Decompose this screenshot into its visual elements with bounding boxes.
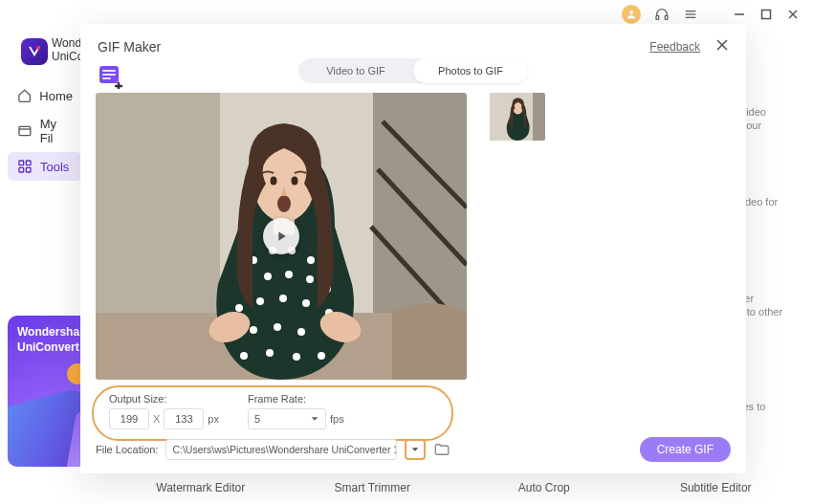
tool-watermark-editor[interactable]: Watermark Editor bbox=[115, 473, 287, 502]
svg-point-41 bbox=[256, 297, 264, 305]
sidebar-item-myfiles[interactable]: My Fil bbox=[8, 110, 82, 152]
svg-point-51 bbox=[318, 352, 325, 360]
svg-point-48 bbox=[240, 352, 248, 360]
gif-maker-modal: GIF Maker Feedback Video to GIF Photos t… bbox=[80, 24, 746, 473]
svg-rect-13 bbox=[26, 161, 31, 165]
svg-point-0 bbox=[629, 11, 633, 14]
output-size-label: Output Size: bbox=[109, 393, 219, 405]
svg-rect-21 bbox=[102, 77, 111, 79]
svg-point-34 bbox=[307, 256, 315, 264]
svg-point-42 bbox=[279, 295, 287, 302]
headphones-icon[interactable] bbox=[654, 7, 670, 22]
chevron-down-icon bbox=[310, 414, 319, 424]
svg-point-58 bbox=[277, 195, 291, 212]
svg-point-38 bbox=[306, 275, 314, 283]
px-unit: px bbox=[208, 413, 219, 425]
user-avatar[interactable] bbox=[622, 5, 641, 24]
modal-title: GIF Maker bbox=[98, 39, 161, 55]
app-logo-icon bbox=[21, 38, 48, 65]
sidebar-item-label: Tools bbox=[40, 160, 69, 174]
output-height-input[interactable]: 133 bbox=[164, 408, 204, 429]
file-location-label: File Location: bbox=[96, 444, 158, 455]
play-button[interactable] bbox=[263, 218, 299, 254]
tools-icon bbox=[17, 159, 33, 174]
fps-unit: fps bbox=[330, 413, 344, 425]
svg-point-50 bbox=[293, 353, 300, 361]
window-maximize-button[interactable] bbox=[759, 8, 773, 21]
svg-rect-20 bbox=[102, 74, 116, 76]
promo-text: WondershaUniConvert bbox=[17, 325, 79, 355]
file-location-dropdown[interactable] bbox=[405, 439, 426, 460]
sidebar-item-tools[interactable]: Tools bbox=[8, 152, 82, 181]
create-gif-button[interactable]: Create GIF bbox=[640, 437, 731, 462]
sidebar-item-label: My Fil bbox=[40, 117, 73, 145]
svg-point-43 bbox=[302, 299, 310, 307]
svg-point-57 bbox=[292, 177, 298, 186]
frame-rate-select[interactable]: 5 bbox=[248, 408, 326, 429]
output-settings-highlight: Output Size: 199 X 133 px Frame Rate: 5 … bbox=[92, 385, 453, 441]
tab-photos-to-gif[interactable]: Photos to GIF bbox=[413, 58, 528, 83]
close-icon[interactable] bbox=[715, 38, 729, 55]
add-file-button[interactable] bbox=[98, 64, 124, 89]
home-icon bbox=[17, 88, 32, 103]
menu-icon[interactable] bbox=[683, 7, 698, 22]
svg-point-37 bbox=[285, 271, 293, 278]
sidebar-item-home[interactable]: Home bbox=[8, 81, 82, 110]
preview-area[interactable] bbox=[96, 93, 467, 380]
svg-point-56 bbox=[271, 177, 277, 186]
mode-tabs: Video to GIF Photos to GIF bbox=[298, 58, 528, 83]
output-width-input[interactable]: 199 bbox=[109, 408, 149, 429]
window-close-button[interactable] bbox=[786, 8, 800, 21]
svg-point-10 bbox=[36, 46, 40, 50]
svg-rect-14 bbox=[19, 167, 24, 172]
svg-rect-1 bbox=[656, 15, 659, 19]
file-location-input[interactable]: C:\Users\ws\Pictures\Wondershare UniConv… bbox=[165, 439, 397, 460]
svg-point-46 bbox=[274, 323, 281, 331]
svg-point-36 bbox=[264, 273, 272, 280]
svg-rect-12 bbox=[19, 161, 24, 165]
svg-point-47 bbox=[297, 328, 305, 336]
svg-point-49 bbox=[266, 349, 274, 357]
svg-rect-11 bbox=[19, 126, 31, 135]
x-separator: X bbox=[153, 413, 160, 425]
feedback-link[interactable]: Feedback bbox=[649, 40, 700, 54]
svg-rect-60 bbox=[533, 93, 545, 141]
tool-auto-crop[interactable]: Auto Crop bbox=[458, 473, 630, 502]
thumbnail[interactable] bbox=[490, 93, 545, 141]
open-folder-button[interactable] bbox=[433, 441, 450, 458]
files-icon bbox=[17, 123, 33, 139]
svg-point-40 bbox=[235, 304, 243, 312]
window-minimize-button[interactable] bbox=[733, 8, 746, 21]
tool-subtitle-editor[interactable]: Subtitle Editor bbox=[630, 473, 802, 502]
tab-video-to-gif[interactable]: Video to GIF bbox=[298, 58, 413, 83]
tool-smart-trimmer[interactable]: Smart Trimmer bbox=[287, 473, 459, 502]
svg-point-45 bbox=[250, 326, 257, 334]
svg-rect-2 bbox=[665, 15, 668, 19]
frame-rate-label: Frame Rate: bbox=[248, 393, 344, 405]
svg-rect-7 bbox=[762, 11, 771, 19]
svg-rect-19 bbox=[102, 70, 116, 72]
chevron-down-icon bbox=[410, 445, 420, 454]
sidebar-item-label: Home bbox=[39, 89, 73, 103]
svg-rect-15 bbox=[26, 167, 31, 172]
